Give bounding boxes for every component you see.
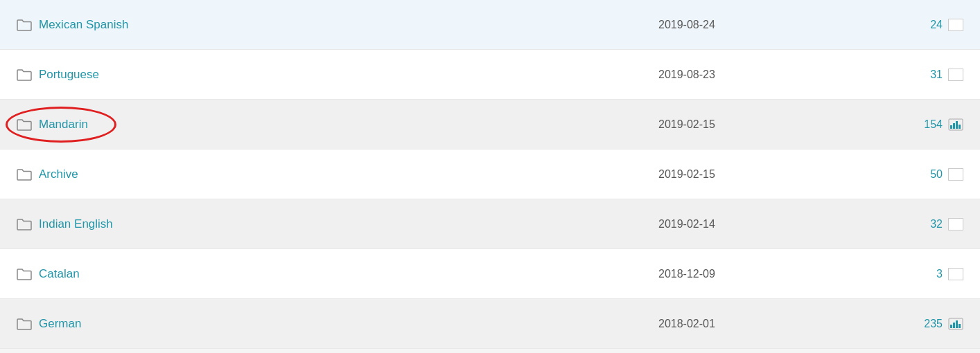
footer-row: [0, 349, 980, 353]
folder-name-link[interactable]: Catalan: [39, 267, 80, 281]
folder-name-link[interactable]: Indian English: [39, 217, 113, 231]
folder-icon: [17, 69, 32, 81]
chart-bars-icon[interactable]: [948, 318, 963, 330]
svg-rect-3: [956, 121, 958, 129]
chart-empty-icon[interactable]: [948, 168, 963, 181]
chart-bars-icon[interactable]: [948, 118, 963, 131]
date-column: 2019-08-24: [658, 19, 839, 31]
folder-icon: [17, 168, 32, 181]
item-count: 50: [915, 168, 943, 181]
item-count: 31: [915, 69, 943, 81]
item-count: 32: [915, 218, 943, 230]
table-row: Catalan2018-12-093: [0, 249, 980, 299]
table-row: Mexican Spanish2019-08-2424: [0, 0, 980, 50]
chart-empty-icon[interactable]: [948, 69, 963, 81]
folder-name-link[interactable]: Mexican Spanish: [39, 18, 128, 32]
svg-rect-8: [956, 320, 958, 328]
item-count: 235: [915, 318, 943, 330]
item-count: 24: [915, 19, 943, 31]
svg-rect-9: [959, 324, 961, 328]
folder-icon: [17, 318, 32, 330]
folder-icon: [17, 19, 32, 31]
chart-empty-icon[interactable]: [948, 268, 963, 280]
chart-empty-icon[interactable]: [948, 19, 963, 31]
date-column: 2019-02-15: [658, 168, 839, 181]
table-row: Archive2019-02-1550: [0, 150, 980, 199]
svg-rect-1: [950, 125, 952, 129]
chart-empty-icon[interactable]: [948, 218, 963, 230]
date-column: 2018-02-01: [658, 318, 839, 330]
svg-rect-7: [953, 323, 955, 328]
table-row: Indian English2019-02-1432: [0, 199, 980, 249]
folder-name-link[interactable]: Mandarin: [39, 118, 88, 132]
folder-icon: [17, 268, 32, 280]
file-list: Mexican Spanish2019-08-2424 Portuguese20…: [0, 0, 980, 353]
date-column: 2019-02-14: [658, 218, 839, 230]
folder-icon: [17, 218, 32, 230]
folder-name-link[interactable]: Archive: [39, 168, 78, 181]
svg-rect-4: [959, 125, 961, 129]
svg-rect-2: [953, 123, 955, 129]
folder-name-link[interactable]: Portuguese: [39, 68, 99, 82]
folder-name-link[interactable]: German: [39, 317, 81, 331]
table-row: Mandarin2019-02-15154: [0, 100, 980, 150]
date-column: 2018-12-09: [658, 268, 839, 280]
folder-icon: [17, 118, 32, 131]
item-count: 3: [915, 268, 943, 280]
svg-rect-6: [950, 325, 952, 328]
item-count: 154: [915, 118, 943, 131]
table-row: Portuguese2019-08-2331: [0, 50, 980, 100]
date-column: 2019-02-15: [658, 118, 839, 131]
table-row: German2018-02-01235: [0, 299, 980, 349]
date-column: 2019-08-23: [658, 69, 839, 81]
